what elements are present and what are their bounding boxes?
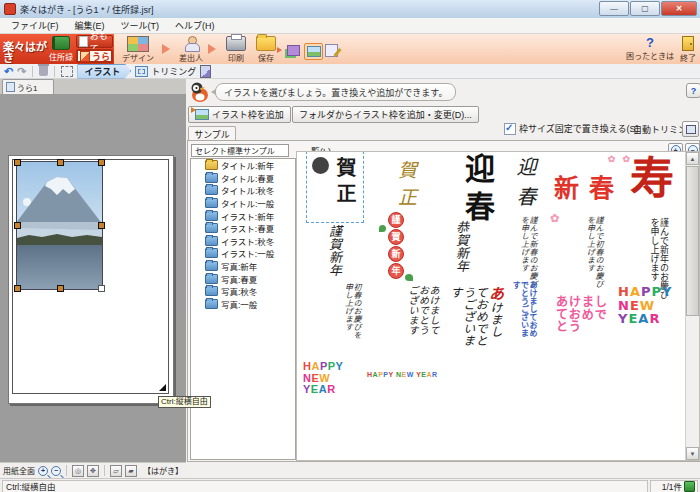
layout-parts-button[interactable] xyxy=(285,43,302,58)
resize-handle-free[interactable] xyxy=(98,285,105,292)
add-from-folder-button[interactable]: フォルダからイラスト枠を追加・変更(D)... xyxy=(292,106,479,123)
category-tree[interactable]: タイトル:新年 タイトル:春夏 タイトル:秋冬 タイトル:一般 イラスト:新年 … xyxy=(190,158,296,460)
address-book-icon xyxy=(52,36,70,50)
trimming-tool-button[interactable]: トリミング xyxy=(135,65,196,78)
scrollbar-thumb[interactable] xyxy=(686,166,699,316)
tree-item[interactable]: タイトル:新年 xyxy=(191,159,295,172)
illustration-thumbnail[interactable]: あけましておめでとうございます xyxy=(446,286,502,348)
tree-item[interactable]: タイトル:秋冬 xyxy=(191,184,295,197)
fit-width-icon[interactable]: ◎ xyxy=(72,465,84,477)
design-button[interactable]: デザイン xyxy=(120,36,156,63)
resize-handle[interactable] xyxy=(14,222,21,229)
paper-type-label: 【はがき】 xyxy=(143,465,183,476)
illustration-thumbnail[interactable]: あけましておめでとうございます xyxy=(396,285,438,343)
resize-handle[interactable] xyxy=(14,159,21,166)
grid-scrollbar[interactable]: ▲ ▼ xyxy=(685,152,699,460)
exit-button[interactable]: 終了 xyxy=(680,36,696,63)
minimize-button[interactable]: — xyxy=(599,1,629,16)
record-status-icon xyxy=(684,481,695,492)
folder-icon xyxy=(205,299,218,309)
illustration-thumbnail[interactable]: 初春のお慶びを申し上げます xyxy=(328,283,360,345)
close-button[interactable]: ✕ xyxy=(661,1,697,16)
mascot-icon xyxy=(189,81,211,103)
frame-resize-arrow[interactable] xyxy=(159,384,166,391)
next-page-icon[interactable]: ▰ xyxy=(125,465,137,477)
zoom-in-icon[interactable]: + xyxy=(38,466,48,476)
illustration-thumbnail[interactable]: HAPPY NEW YEAR xyxy=(618,285,676,331)
category-select[interactable]: セレクト標準サンプル xyxy=(191,144,289,157)
help-button[interactable]: ? 困ったときは xyxy=(626,36,674,61)
tree-item[interactable]: タイトル:一般 xyxy=(191,197,295,210)
scroll-up-icon[interactable]: ▲ xyxy=(686,152,699,165)
resize-handle[interactable] xyxy=(98,222,105,229)
flow-arrow-icon xyxy=(208,44,216,54)
fixed-size-checkbox[interactable] xyxy=(504,123,516,135)
maximize-button[interactable]: ▢ xyxy=(630,1,660,16)
menu-help[interactable]: ヘルプ(H) xyxy=(168,18,222,33)
back-page-tab[interactable]: うら1 xyxy=(2,79,54,94)
illustration-thumbnail[interactable]: 謹賀新年 xyxy=(378,211,414,283)
illustration-thumbnail[interactable]: 謹賀新年 xyxy=(319,225,341,283)
printer-icon xyxy=(226,36,246,51)
prev-page-icon[interactable]: ▱ xyxy=(110,465,122,477)
front-side-tab[interactable]: おもて xyxy=(76,35,113,48)
back-side-tab[interactable]: うら xyxy=(76,49,113,63)
add-illustration-frame-button[interactable]: イラスト枠を追加 xyxy=(188,106,291,123)
fixed-size-option[interactable]: 枠サイズ固定で置き換える(S) xyxy=(504,122,638,135)
panel-help-button[interactable]: ? xyxy=(686,83,700,98)
fuji-photo[interactable] xyxy=(16,161,103,290)
menu-tools[interactable]: ツール(T) xyxy=(114,18,167,33)
illustration-thumbnail[interactable]: HAPPY NEW YEAR xyxy=(367,371,447,381)
tree-item[interactable]: イラスト:新年 xyxy=(191,209,295,222)
illustration-thumbnail[interactable]: あけましておめでとうございます xyxy=(508,281,536,339)
illustration-thumbnail-selected[interactable]: 賀正 xyxy=(309,154,361,220)
illustration-tool-button[interactable]: イラスト xyxy=(77,64,131,79)
tree-item[interactable]: イラスト:春夏 xyxy=(191,222,295,235)
illustration-thumbnail[interactable]: 新春 xyxy=(548,161,630,217)
resize-tooltip: Ctrl:縦横自由 xyxy=(158,396,211,408)
auto-trim-button[interactable] xyxy=(682,121,699,137)
tree-item[interactable]: 写真:秋冬 xyxy=(191,285,295,298)
text-edit-button[interactable] xyxy=(323,43,340,58)
fuji-photo-image xyxy=(17,162,102,289)
scroll-down-icon[interactable]: ▼ xyxy=(686,447,699,460)
illustration-thumbnail[interactable]: 恭賀新年 xyxy=(446,221,468,281)
address-book-button[interactable]: 住所録 xyxy=(48,36,74,62)
preview-canvas[interactable]: Ctrl:縦横自由 xyxy=(0,94,186,462)
folder-icon xyxy=(205,223,218,233)
undo-button[interactable]: ↶ xyxy=(4,66,13,77)
illustration-thumbnail[interactable]: 謹んで初春のお慶びを申し上げます xyxy=(570,216,602,290)
zoom-out-icon[interactable]: − xyxy=(51,466,61,476)
resize-handle[interactable] xyxy=(98,159,105,166)
page-style-icon[interactable] xyxy=(200,65,211,78)
illustration-thumbnail[interactable]: HAPPY NEW YEAR xyxy=(303,361,363,387)
app-window: 楽々はがき - [うら1 * / 住所録.jsr] — ▢ ✕ ファイル(F) … xyxy=(0,0,700,492)
guide-bubble: イラストを選びましょう。置き換えや追加ができます。 xyxy=(215,83,456,101)
folder-icon xyxy=(205,286,218,296)
main-toolbar: 楽々はがき 住所録 おもて うら デザイン 差出人 印刷 保存 xyxy=(0,34,700,65)
delete-trash-button[interactable] xyxy=(39,66,48,76)
resize-handle[interactable] xyxy=(57,159,64,166)
pan-icon[interactable]: ✥ xyxy=(87,465,99,477)
sender-button[interactable]: 差出人 xyxy=(173,36,209,63)
pen-document-icon xyxy=(325,44,338,57)
resize-handle[interactable] xyxy=(57,285,64,292)
resize-handle[interactable] xyxy=(14,285,21,292)
fit-page-button[interactable]: 用紙全面 xyxy=(3,465,35,476)
tree-item[interactable]: 写真:新年 xyxy=(191,260,295,273)
tree-item[interactable]: 写真:一般 xyxy=(191,298,295,311)
redo-button[interactable]: ↷ xyxy=(17,66,26,77)
illustration-mode-button[interactable] xyxy=(304,43,323,60)
tree-item[interactable]: イラスト:一般 xyxy=(191,247,295,260)
folder-icon xyxy=(205,173,218,183)
tree-item[interactable]: 写真:春夏 xyxy=(191,272,295,285)
tree-item[interactable]: タイトル:春夏 xyxy=(191,172,295,185)
image-icon xyxy=(307,46,321,57)
tree-item[interactable]: イラスト:秋冬 xyxy=(191,235,295,248)
illustration-thumbnail[interactable]: あけましておめでとう xyxy=(556,296,620,322)
postcard-page[interactable] xyxy=(8,155,174,404)
menu-file[interactable]: ファイル(F) xyxy=(4,18,66,33)
select-frame-button[interactable] xyxy=(61,66,73,77)
illustration-grid[interactable]: 賀正 賀正 迎春 迎春 新春 寿 謹賀新年 謹賀新年 恭賀新年 謹んで新春のお慶… xyxy=(296,151,700,461)
sample-content-box: セレクト標準サンプル 一覧(L) + − タイトル:新年 タイトル:春夏 タイト… xyxy=(187,140,700,462)
